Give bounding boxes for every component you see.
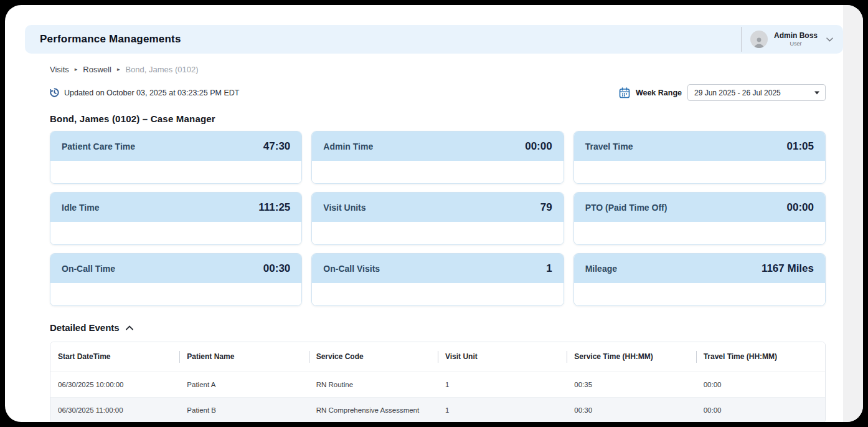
cell-visit-unit: 1 xyxy=(438,397,567,422)
col-patient-name: Patient Name xyxy=(179,342,308,372)
card-idle-time: Idle Time111:25 xyxy=(50,192,302,245)
col-start-datetime: Start DateTime xyxy=(50,342,179,372)
col-service-code: Service Code xyxy=(309,342,438,372)
triangle-right-icon: ▸ xyxy=(75,67,78,72)
metric-label: Idle Time xyxy=(62,203,99,213)
chevron-up-icon xyxy=(126,325,133,330)
history-clock-icon xyxy=(50,88,59,97)
cell-service-time: 00:30 xyxy=(567,397,696,422)
col-travel-time: Travel Time (HH:MM) xyxy=(696,342,825,372)
metric-value: 111:25 xyxy=(258,201,290,214)
person-avatar-icon xyxy=(753,36,765,48)
cell-service-time: 00:35 xyxy=(567,372,696,397)
metric-value: 1 xyxy=(546,262,552,275)
updated-text: Updated on October 03, 2025 at 03:23:25 … xyxy=(64,89,239,97)
updated-status: Updated on October 03, 2025 at 03:23:25 … xyxy=(50,88,239,97)
chevron-down-icon xyxy=(826,37,833,42)
cell-travel-time: 00:00 xyxy=(696,397,825,422)
cell-service-code: RN Comprehensive Assessment xyxy=(309,397,438,422)
triangle-right-icon: ▸ xyxy=(117,67,120,72)
metric-label: Mileage xyxy=(585,264,617,274)
detailed-events-table: Start DateTime Patient Name Service Code… xyxy=(50,342,826,422)
table-header-row: Start DateTime Patient Name Service Code… xyxy=(50,342,825,372)
metric-card-body xyxy=(574,283,825,306)
card-on-call-time: On-Call Time00:30 xyxy=(50,253,302,306)
cell-start-datetime: 06/30/2025 11:00:00 xyxy=(50,397,179,422)
header-divider xyxy=(741,27,742,52)
cell-patient-name: Patient A xyxy=(179,372,308,397)
breadcrumb-current: Bond, James (0102) xyxy=(125,65,198,74)
metric-value: 00:00 xyxy=(787,201,814,214)
cell-service-code: RN Routine xyxy=(309,372,438,397)
avatar xyxy=(750,31,768,48)
calendar-icon xyxy=(619,87,630,98)
metric-label: PTO (Paid Time Off) xyxy=(585,203,668,213)
breadcrumb-visits[interactable]: Visits xyxy=(50,65,69,74)
caret-down-icon xyxy=(814,91,819,94)
metric-value: 1167 Miles xyxy=(762,262,814,275)
card-on-call-visits: On-Call Visits1 xyxy=(311,253,564,306)
metric-card-body xyxy=(50,161,301,184)
user-menu[interactable]: Admin Boss User xyxy=(750,31,833,48)
user-role: User xyxy=(790,41,801,47)
metric-cards-grid: Patient Care Time47:30 Admin Time00:00 T… xyxy=(50,131,826,306)
metric-value: 79 xyxy=(540,201,552,214)
scrollbar-gutter[interactable] xyxy=(843,5,863,422)
metric-card-body xyxy=(574,222,825,245)
col-visit-unit: Visit Unit xyxy=(438,342,567,372)
card-mileage: Mileage1167 Miles xyxy=(573,253,826,306)
metric-card-body xyxy=(50,283,301,306)
breadcrumb: Visits ▸ Roswell ▸ Bond, James (0102) xyxy=(50,65,826,74)
app-window: Performance Managements Admin Boss User xyxy=(5,5,863,422)
week-range-label: Week Range xyxy=(636,89,682,97)
table-row[interactable]: 06/30/2025 11:00:00 Patient B RN Compreh… xyxy=(50,397,825,422)
metric-card-body xyxy=(50,222,301,245)
cell-travel-time: 00:00 xyxy=(696,372,825,397)
metric-label: Admin Time xyxy=(323,142,373,151)
cell-patient-name: Patient B xyxy=(179,397,308,422)
metric-label: On-Call Visits xyxy=(323,264,380,274)
detailed-events-title: Detailed Events xyxy=(50,322,120,333)
page-title: Performance Managements xyxy=(40,33,181,46)
metric-value: 01:05 xyxy=(787,140,814,153)
week-range-value: 29 Jun 2025 - 26 Jul 2025 xyxy=(694,89,781,97)
top-header-band: Performance Managements Admin Boss User xyxy=(25,25,843,54)
week-range-select[interactable]: 29 Jun 2025 - 26 Jul 2025 xyxy=(687,84,826,101)
metric-label: Travel Time xyxy=(585,142,633,151)
collapse-section-toggle[interactable] xyxy=(126,325,133,330)
detailed-events-header: Detailed Events xyxy=(50,322,826,333)
metric-card-body xyxy=(312,283,563,306)
card-patient-care-time: Patient Care Time47:30 xyxy=(50,131,302,184)
metric-value: 00:00 xyxy=(525,140,552,153)
breadcrumb-roswell[interactable]: Roswell xyxy=(83,65,111,74)
metric-card-body xyxy=(574,161,825,184)
meta-row: Updated on October 03, 2025 at 03:23:25 … xyxy=(50,84,826,101)
week-range-control: Week Range 29 Jun 2025 - 26 Jul 2025 xyxy=(619,84,826,101)
cell-visit-unit: 1 xyxy=(438,372,567,397)
table-row[interactable]: 06/30/2025 10:00:00 Patient A RN Routine… xyxy=(50,372,825,397)
metric-card-body xyxy=(312,161,563,184)
card-travel-time: Travel Time01:05 xyxy=(573,131,826,184)
card-pto: PTO (Paid Time Off)00:00 xyxy=(573,192,826,245)
metric-value: 47:30 xyxy=(263,140,290,153)
cell-start-datetime: 06/30/2025 10:00:00 xyxy=(50,372,179,397)
card-admin-time: Admin Time00:00 xyxy=(311,131,564,184)
employee-section-title: Bond, James (0102) – Case Manager xyxy=(50,113,826,124)
user-name: Admin Boss xyxy=(774,32,818,41)
metric-label: Patient Care Time xyxy=(62,142,135,151)
col-service-time: Service Time (HH:MM) xyxy=(567,342,696,372)
metric-label: Visit Units xyxy=(323,203,366,213)
metric-card-body xyxy=(312,222,563,245)
metric-label: On-Call Time xyxy=(62,264,115,274)
metric-value: 00:30 xyxy=(263,262,290,275)
main-content: Visits ▸ Roswell ▸ Bond, James (0102) Up… xyxy=(50,65,826,422)
card-visit-units: Visit Units79 xyxy=(311,192,564,245)
